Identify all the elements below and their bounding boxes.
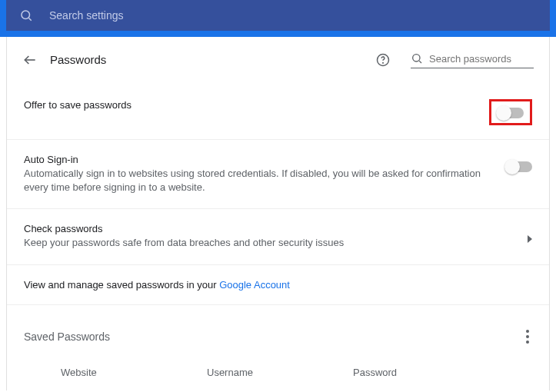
chevron-right-icon — [528, 235, 532, 243]
auto-signin-toggle[interactable] — [506, 161, 532, 172]
settings-search-input[interactable] — [49, 9, 538, 22]
auto-signin-desc: Automatically sign in to websites using … — [24, 167, 494, 194]
auto-signin-row: Auto Sign-in Automatically sign in to we… — [7, 139, 549, 208]
passwords-search-input[interactable] — [429, 53, 534, 65]
saved-passwords-columns: Website Username Password — [7, 354, 549, 390]
back-arrow-icon[interactable] — [22, 52, 38, 68]
search-icon — [18, 8, 34, 23]
check-passwords-desc: Keep your passwords safe from data breac… — [24, 236, 515, 250]
svg-point-5 — [413, 55, 420, 61]
search-icon — [411, 52, 423, 65]
google-account-link[interactable]: Google Account — [219, 279, 290, 291]
more-vert-icon[interactable] — [523, 327, 532, 347]
passwords-search-field[interactable] — [411, 51, 534, 68]
check-passwords-title: Check passwords — [24, 223, 515, 234]
col-password: Password — [353, 367, 532, 378]
col-username: Username — [207, 367, 353, 378]
offer-save-passwords-toggle[interactable] — [498, 108, 524, 118]
check-passwords-row[interactable]: Check passwords Keep your passwords safe… — [7, 208, 549, 264]
settings-search-bar[interactable] — [6, 0, 550, 31]
page-content: Passwords Offer to save passwords Auto S… — [6, 37, 550, 390]
view-google-account-row: View and manage saved passwords in your … — [7, 264, 549, 305]
saved-passwords-header: Saved Passwords — [7, 305, 549, 354]
saved-passwords-heading: Saved Passwords — [24, 331, 523, 343]
page-header: Passwords — [7, 37, 549, 79]
offer-save-passwords-row: Offer to save passwords — [7, 79, 549, 139]
svg-point-4 — [383, 62, 384, 63]
highlight-annotation — [489, 99, 532, 125]
page-title: Passwords — [50, 53, 363, 66]
help-icon[interactable] — [375, 52, 391, 68]
svg-line-6 — [419, 61, 421, 63]
auto-signin-title: Auto Sign-in — [24, 154, 494, 165]
top-search-bar-wrap — [0, 0, 556, 37]
offer-save-passwords-title: Offer to save passwords — [24, 99, 477, 111]
svg-point-0 — [22, 11, 30, 19]
view-google-account-prefix: View and manage saved passwords in your — [24, 279, 219, 291]
svg-line-1 — [28, 18, 31, 20]
col-website: Website — [61, 367, 207, 378]
